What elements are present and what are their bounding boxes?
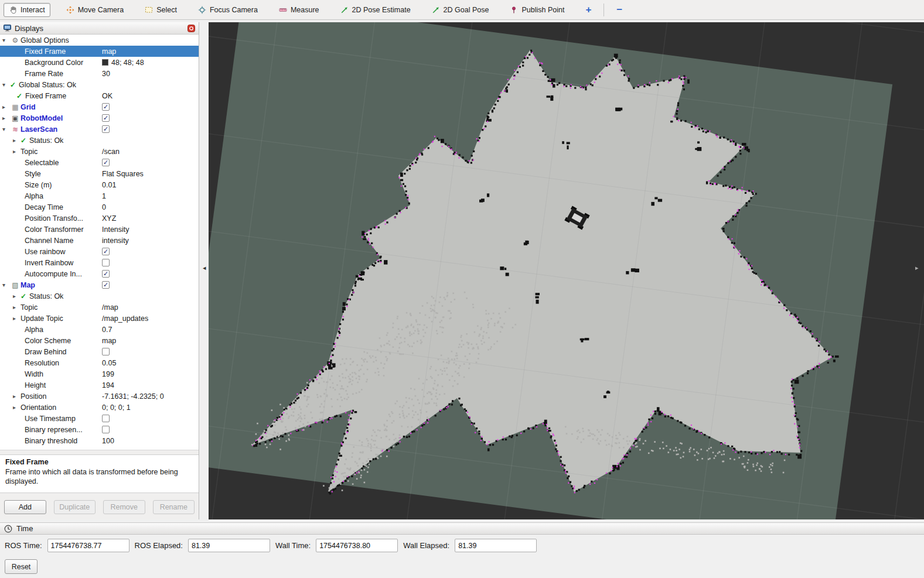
property-value[interactable]: /scan bbox=[100, 148, 199, 156]
property-value[interactable]: map bbox=[100, 47, 199, 56]
tree-row[interactable]: Background Color48; 48; 48 bbox=[0, 57, 199, 68]
checkbox[interactable]: ✓ bbox=[102, 125, 110, 133]
property-value[interactable]: 0 bbox=[100, 203, 199, 211]
expand-arrow-icon[interactable]: ▸ bbox=[13, 293, 21, 299]
tree-row[interactable]: Fixed Framemap bbox=[0, 46, 199, 57]
pose-estimate-tool-button[interactable]: 2D Pose Estimate bbox=[335, 3, 416, 17]
checkbox[interactable] bbox=[102, 348, 110, 355]
property-value[interactable] bbox=[100, 426, 199, 433]
tree-row[interactable]: Draw Behind bbox=[0, 346, 199, 357]
measure-tool-button[interactable]: Measure bbox=[274, 3, 325, 17]
tree-row[interactable]: ▸Orientation0; 0; 0; 1 bbox=[0, 402, 199, 413]
expand-arrow-icon[interactable]: ▸ bbox=[2, 115, 10, 121]
tree-row[interactable]: Autocompute In...✓ bbox=[0, 268, 199, 279]
property-value[interactable]: OK bbox=[100, 92, 199, 100]
expand-arrow-icon[interactable]: ▸ bbox=[13, 316, 21, 322]
property-value[interactable]: 30 bbox=[100, 70, 199, 78]
tree-row[interactable]: Color TransformerIntensity bbox=[0, 224, 199, 235]
publish-point-tool-button[interactable]: Publish Point bbox=[504, 3, 570, 17]
property-value[interactable]: 199 bbox=[100, 370, 199, 378]
checkbox[interactable]: ✓ bbox=[102, 114, 110, 122]
checkbox[interactable]: ✓ bbox=[102, 248, 110, 255]
tree-row[interactable]: Binary represen... bbox=[0, 424, 199, 435]
property-value[interactable] bbox=[100, 415, 199, 422]
tree-row[interactable]: ▸▦Grid✓ bbox=[0, 101, 199, 112]
expand-arrow-icon[interactable]: ▸ bbox=[13, 305, 21, 310]
tree-row[interactable]: ▸▣RobotModel✓ bbox=[0, 112, 199, 124]
property-value[interactable]: XYZ bbox=[100, 214, 199, 223]
tree-row[interactable]: Use Timestamp bbox=[0, 413, 199, 424]
tree-row[interactable]: ▸✓Status: Ok bbox=[0, 290, 199, 302]
remove-display-button[interactable]: Remove bbox=[103, 500, 145, 514]
tree-row[interactable]: Height194 bbox=[0, 379, 199, 391]
tree-row[interactable]: ▾≋LaserScan✓ bbox=[0, 124, 199, 135]
property-value[interactable]: ✓ bbox=[100, 270, 199, 278]
expand-arrow-icon[interactable]: ▸ bbox=[13, 149, 21, 155]
property-value[interactable]: ✓ bbox=[100, 281, 199, 289]
tree-row[interactable]: Alpha1 bbox=[0, 190, 199, 201]
splitter-collapse-right-icon[interactable]: ▸ bbox=[915, 265, 919, 271]
property-value[interactable]: 0.01 bbox=[100, 181, 199, 189]
property-value[interactable]: /map bbox=[100, 303, 199, 312]
add-display-button[interactable]: Add bbox=[4, 500, 46, 514]
property-value[interactable]: 0.7 bbox=[100, 326, 199, 334]
property-value[interactable]: 0; 0; 0; 1 bbox=[100, 403, 199, 412]
expand-arrow-icon[interactable]: ▸ bbox=[13, 138, 21, 143]
focus-camera-tool-button[interactable]: Focus Camera bbox=[193, 3, 263, 17]
add-tool-button[interactable]: + bbox=[580, 4, 596, 16]
property-value[interactable]: 1 bbox=[100, 192, 199, 200]
remove-tool-button[interactable]: − bbox=[611, 4, 628, 16]
property-value[interactable]: 48; 48; 48 bbox=[100, 59, 199, 67]
tree-row[interactable]: StyleFlat Squares bbox=[0, 168, 199, 179]
property-value[interactable]: 194 bbox=[100, 381, 199, 389]
property-value[interactable]: intensity bbox=[100, 237, 199, 245]
tree-row[interactable]: Channel Nameintensity bbox=[0, 235, 199, 246]
checkbox[interactable] bbox=[102, 259, 110, 266]
ros-time-input[interactable] bbox=[47, 539, 129, 552]
property-value[interactable]: Flat Squares bbox=[100, 170, 199, 178]
ros-elapsed-input[interactable] bbox=[188, 539, 270, 552]
expand-arrow-icon[interactable]: ▸ bbox=[2, 104, 10, 110]
tree-row[interactable]: Width199 bbox=[0, 368, 199, 379]
wall-elapsed-input[interactable] bbox=[455, 539, 537, 552]
collapse-arrow-icon[interactable]: ▾ bbox=[2, 282, 10, 288]
tree-row[interactable]: Alpha0.7 bbox=[0, 324, 199, 335]
property-value[interactable]: map bbox=[100, 337, 199, 345]
property-value[interactable] bbox=[100, 348, 199, 355]
tree-row[interactable]: Frame Rate30 bbox=[0, 68, 199, 79]
expand-arrow-icon[interactable]: ▸ bbox=[13, 394, 21, 399]
property-value[interactable]: ✓ bbox=[100, 103, 199, 111]
interact-tool-button[interactable]: Interact bbox=[4, 3, 50, 17]
tree-row[interactable]: ▾▧Map✓ bbox=[0, 279, 199, 290]
tree-row[interactable]: Position Transfo...XYZ bbox=[0, 213, 199, 224]
checkbox[interactable]: ✓ bbox=[102, 270, 110, 278]
collapse-arrow-icon[interactable]: ▾ bbox=[2, 37, 10, 43]
property-value[interactable]: Intensity bbox=[100, 225, 199, 234]
rename-display-button[interactable]: Rename bbox=[153, 500, 195, 514]
property-value[interactable]: 100 bbox=[100, 437, 199, 445]
tree-row[interactable]: ▸✓Status: Ok bbox=[0, 135, 199, 146]
duplicate-display-button[interactable]: Duplicate bbox=[54, 500, 96, 514]
checkbox[interactable] bbox=[102, 426, 110, 433]
tree-row[interactable]: ▾✓Global Status: Ok bbox=[0, 79, 199, 90]
time-panel-header[interactable]: Time bbox=[0, 522, 924, 535]
close-panel-button[interactable] bbox=[187, 25, 195, 32]
tree-row[interactable]: Selectable✓ bbox=[0, 157, 199, 168]
tree-row[interactable]: ▾⚙Global Options bbox=[0, 35, 199, 46]
property-value[interactable]: 0.05 bbox=[100, 359, 199, 367]
property-value[interactable]: /map_updates bbox=[100, 314, 199, 323]
property-value[interactable] bbox=[100, 259, 199, 266]
checkbox[interactable]: ✓ bbox=[102, 281, 110, 289]
checkbox[interactable]: ✓ bbox=[102, 103, 110, 111]
move-camera-tool-button[interactable]: Move Camera bbox=[61, 3, 129, 17]
reset-button[interactable]: Reset bbox=[5, 559, 37, 574]
tree-row[interactable]: Binary threshold100 bbox=[0, 435, 199, 446]
collapse-arrow-icon[interactable]: ▾ bbox=[2, 126, 10, 132]
property-value[interactable]: ✓ bbox=[100, 114, 199, 122]
collapse-arrow-icon[interactable]: ▾ bbox=[2, 82, 10, 88]
tree-row[interactable]: ▸Topic/map bbox=[0, 302, 199, 313]
tree-row[interactable]: Use rainbow✓ bbox=[0, 246, 199, 257]
goal-pose-tool-button[interactable]: 2D Goal Pose bbox=[427, 3, 495, 17]
tree-row[interactable]: Color Schememap bbox=[0, 335, 199, 346]
wall-time-input[interactable] bbox=[316, 539, 398, 552]
